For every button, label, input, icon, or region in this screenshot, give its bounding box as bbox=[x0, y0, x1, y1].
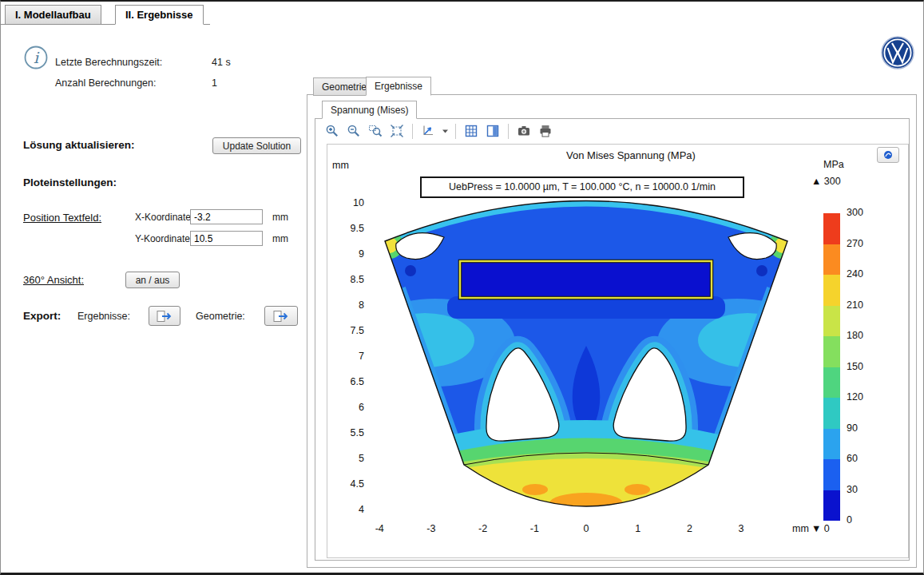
toolbar-separator bbox=[508, 124, 509, 139]
x-unit-label: mm bbox=[272, 212, 288, 223]
tab-spannung-mises[interactable]: Spannung (Mises) bbox=[322, 101, 417, 119]
y-tick-label: 6 bbox=[332, 402, 364, 413]
colorbar-tick-label: 90 bbox=[847, 422, 858, 434]
colorbar-cell bbox=[823, 459, 840, 490]
stat-value: 1 bbox=[212, 77, 217, 89]
y-tick-label: 4.5 bbox=[332, 478, 364, 490]
stat-value: 41 s bbox=[212, 57, 231, 68]
toolbar-separator bbox=[455, 124, 456, 139]
textfield-position-label: Position Textfeld: bbox=[23, 212, 101, 224]
x-tick-label: -4 bbox=[366, 523, 393, 534]
export-geometry-label: Geometrie: bbox=[196, 311, 245, 322]
export-heading: Export: bbox=[23, 310, 61, 322]
export-icon bbox=[272, 310, 290, 323]
stress-contour-plot[interactable] bbox=[327, 145, 908, 557]
y-tick-label: 9.5 bbox=[332, 223, 364, 234]
colorbar-min-marker: ▼ 0 bbox=[811, 523, 830, 534]
tab-modellaufbau[interactable]: I. Modellaufbau bbox=[5, 5, 101, 25]
svg-text:i: i bbox=[34, 49, 40, 66]
y-coordinate-input[interactable] bbox=[190, 231, 263, 246]
print-icon[interactable] bbox=[537, 122, 554, 140]
plot-toolbar bbox=[323, 121, 554, 141]
x-tick-label: -1 bbox=[521, 523, 548, 534]
y-tick-label: 10 bbox=[332, 197, 364, 208]
colorbar bbox=[823, 213, 840, 521]
zoom-box-icon[interactable] bbox=[367, 122, 384, 140]
colorbar-cell bbox=[823, 244, 840, 276]
y-coordinate-label: Y-Koordinate: bbox=[135, 233, 192, 244]
colorbar-tick-label: 210 bbox=[847, 299, 863, 311]
colorbar-tick-label: 30 bbox=[847, 484, 858, 495]
update-solution-label: Lösung aktualisieren: bbox=[23, 139, 135, 151]
image-icon[interactable] bbox=[484, 122, 502, 140]
x-coordinate-input[interactable] bbox=[190, 209, 263, 224]
vw-logo-icon bbox=[881, 36, 914, 69]
colorbar-tick-label: 120 bbox=[847, 391, 863, 402]
stat-label: Letzte Berechnungszeit: bbox=[55, 57, 162, 68]
tab-ergebnisse-plot[interactable]: Ergebnisse bbox=[366, 77, 431, 96]
colorbar-unit: MPa bbox=[823, 159, 844, 170]
colorbar-tick-label: 300 bbox=[847, 207, 863, 218]
y-tick-label: 9 bbox=[332, 248, 364, 260]
colorbar-tick-label: 60 bbox=[847, 453, 858, 464]
colorbar-tick-label: 270 bbox=[847, 238, 863, 249]
colorbar-tick-label: 180 bbox=[847, 330, 863, 341]
info-icon: i bbox=[23, 45, 49, 70]
y-tick-label: 6.5 bbox=[332, 376, 364, 387]
view-360-label: 360° Ansicht: bbox=[23, 274, 84, 286]
camera-icon[interactable] bbox=[515, 122, 533, 140]
toolbar-separator bbox=[412, 124, 413, 139]
export-geometry-button[interactable] bbox=[264, 306, 298, 326]
y-tick-label: 4 bbox=[332, 504, 364, 515]
x-tick-label: -2 bbox=[470, 523, 497, 534]
colorbar-max-marker: ▲ 300 bbox=[811, 176, 841, 187]
y-tick-label: 5.5 bbox=[332, 427, 364, 438]
colorbar-cell bbox=[823, 275, 840, 306]
colorbar-cell bbox=[823, 336, 840, 367]
tab-ergebnisse[interactable]: II. Ergebnisse bbox=[115, 5, 204, 25]
y-unit-label: mm bbox=[272, 233, 288, 244]
table-icon[interactable] bbox=[462, 122, 480, 140]
colorbar-tick-label: 150 bbox=[847, 361, 863, 372]
x-tick-label: -3 bbox=[418, 523, 445, 534]
x-coordinate-label: X-Koordinate: bbox=[135, 212, 193, 223]
export-results-label: Ergebnisse: bbox=[77, 311, 130, 322]
y-tick-label: 8 bbox=[332, 299, 364, 311]
export-results-button[interactable] bbox=[149, 306, 180, 326]
view-orientation-dropdown-icon[interactable] bbox=[441, 122, 449, 140]
colorbar-cell bbox=[823, 398, 840, 429]
y-tick-label: 5 bbox=[332, 453, 364, 464]
y-tick-label: 7.5 bbox=[332, 325, 364, 336]
y-tick-label: 8.5 bbox=[332, 274, 364, 285]
colorbar-cell bbox=[823, 429, 840, 460]
colorbar-tick-label: 240 bbox=[847, 268, 863, 280]
stat-label: Anzahl Berechnungen: bbox=[55, 77, 156, 89]
plot-settings-heading: Ploteinstellungen: bbox=[23, 176, 117, 188]
x-tick-label: 3 bbox=[728, 523, 755, 534]
x-tick-label: 1 bbox=[625, 523, 652, 534]
zoom-extents-icon[interactable] bbox=[388, 122, 406, 140]
view-orientation-icon[interactable] bbox=[419, 122, 437, 140]
colorbar-cell bbox=[823, 213, 840, 244]
y-tick-label: 7 bbox=[332, 351, 364, 362]
graphics-area[interactable]: Von Mises Spannung (MPa) mm mm UebPress … bbox=[327, 144, 909, 558]
x-tick-label: 0 bbox=[573, 523, 600, 534]
colorbar-tick-label: 0 bbox=[847, 514, 852, 525]
app-window: I. Modellaufbau II. Ergebnisse i Letzte … bbox=[0, 0, 924, 575]
zoom-out-icon[interactable] bbox=[345, 122, 363, 140]
colorbar-cell bbox=[823, 367, 840, 399]
export-icon bbox=[156, 310, 173, 323]
update-solution-button[interactable]: Update Solution bbox=[212, 137, 301, 154]
colorbar-cell bbox=[823, 490, 840, 521]
view-360-toggle-button[interactable]: an / aus bbox=[125, 272, 180, 288]
zoom-in-icon[interactable] bbox=[323, 122, 341, 140]
colorbar-cell bbox=[823, 306, 840, 337]
x-tick-label: 2 bbox=[676, 523, 703, 534]
